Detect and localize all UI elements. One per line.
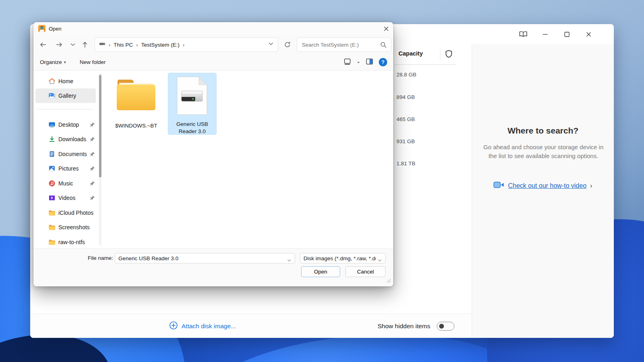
attach-disk-image-label: Attach disk image...: [182, 323, 236, 330]
chevron-right-icon: ›: [590, 182, 592, 190]
panel-body-text: Go ahead and choose your storage device …: [482, 143, 605, 160]
book-icon[interactable]: [518, 29, 528, 39]
toggle-knob: [439, 324, 444, 329]
refresh-icon[interactable]: [283, 41, 291, 49]
search-icon[interactable]: [380, 41, 387, 50]
view-caret-icon[interactable]: [357, 59, 360, 66]
breadcrumb-testsystem[interactable]: TestSystem (E:): [141, 42, 180, 48]
drive-icon: [99, 41, 105, 49]
close-icon[interactable]: [583, 29, 594, 39]
breadcrumb-separator: ›: [109, 42, 110, 48]
capacity-column-header[interactable]: Capacity: [398, 50, 423, 57]
sidebar-item-label: Screenshots: [58, 224, 90, 230]
file-type-select[interactable]: Disk images (*.dmg, *.raw, *.dd,: [300, 253, 386, 263]
file-item-label: Generic USB Reader 3.0: [175, 121, 210, 135]
sidebar-item-label: Pictures: [58, 165, 79, 172]
sidebar-item-raw-to-ntfs[interactable]: raw-to-ntfs: [33, 235, 98, 248]
attach-disk-image-button[interactable]: Attach disk image...: [169, 314, 236, 338]
resize-grip[interactable]: [386, 277, 391, 284]
how-to-video-link[interactable]: Check out our how-to video: [508, 182, 586, 189]
organize-label: Organize: [40, 59, 62, 65]
sidebar-item-music[interactable]: Music: [33, 176, 98, 191]
desktop: Capacity 28.8 GB 894 GB 465 GB 931 GB 1.…: [0, 0, 644, 362]
folder-icon: [48, 239, 56, 246]
sidebar-item-label: Home: [58, 78, 73, 84]
plus-circle-icon: [169, 321, 178, 331]
sidebar-item-label: iCloud Photos: [58, 210, 93, 216]
window-controls: [518, 24, 594, 44]
show-hidden-toggle[interactable]: [437, 322, 454, 331]
folder-icon: [48, 209, 56, 216]
organize-button[interactable]: Organize ▾: [40, 54, 66, 70]
file-item-generic-usb-reader[interactable]: Generic USB Reader 3.0: [168, 73, 216, 134]
sidebar-scrollbar: [99, 73, 101, 246]
select-chevron-icon: [378, 257, 382, 264]
dialog-titlebar[interactable]: Open: [33, 22, 393, 35]
sidebar-item-videos[interactable]: Videos: [33, 191, 98, 205]
column-divider: [440, 48, 440, 60]
sidebar-item-pictures[interactable]: Pictures: [33, 161, 98, 176]
header-underline: [394, 64, 456, 65]
cancel-button[interactable]: Cancel: [345, 266, 386, 277]
back-icon[interactable]: [39, 41, 47, 49]
pin-icon: [90, 181, 95, 188]
sidebar-item-label: Videos: [58, 195, 76, 201]
show-hidden-row: Show hidden items: [378, 314, 454, 338]
panel-title: Where to search?: [472, 126, 614, 136]
file-item-windows-bt[interactable]: $WINDOWS.~BT: [112, 73, 160, 134]
capacity-cell: 465 GB: [396, 116, 415, 123]
forward-icon[interactable]: [55, 41, 63, 49]
dialog-title: Open: [49, 22, 62, 35]
sidebar-item-label: Desktop: [58, 121, 79, 128]
minimize-icon[interactable]: [540, 29, 550, 39]
shield-icon[interactable]: [445, 50, 453, 60]
videos-icon: [48, 194, 56, 202]
app-icon: [38, 25, 45, 32]
dialog-body: Home Gallery Desktop: [33, 70, 393, 248]
open-button[interactable]: Open: [301, 266, 340, 277]
sidebar-item-downloads[interactable]: Downloads: [33, 132, 98, 146]
address-dropdown-chevron-icon[interactable]: [268, 41, 274, 48]
gallery-icon: [48, 92, 56, 99]
folder-icon: [48, 224, 56, 231]
view-options: ?: [343, 54, 387, 70]
search-input[interactable]: [297, 38, 391, 51]
show-hidden-label: Show hidden items: [378, 323, 430, 330]
capacity-cell: 1.81 TB: [396, 160, 415, 168]
open-dialog: Open › This PC: [33, 22, 393, 286]
desktop-icon: [48, 121, 56, 128]
change-view-icon[interactable]: [343, 58, 351, 67]
address-bar[interactable]: › This PC › TestSystem (E:) ›: [95, 37, 278, 52]
preview-pane-icon[interactable]: [365, 58, 374, 67]
sidebar-item-gallery[interactable]: Gallery: [35, 88, 96, 103]
recent-locations-chevron-icon[interactable]: [69, 41, 77, 49]
up-icon[interactable]: [81, 41, 89, 49]
sidebar-divider: [37, 109, 93, 109]
navigation-bar: › This PC › TestSystem (E:) ›: [33, 35, 393, 54]
sidebar-item-home[interactable]: Home: [33, 74, 98, 88]
maximize-icon[interactable]: [561, 29, 572, 39]
sidebar-item-icloud-photos[interactable]: iCloud Photos: [33, 206, 98, 220]
combobox-chevron-icon[interactable]: [287, 257, 291, 264]
search-box: [297, 37, 391, 52]
help-icon[interactable]: ?: [379, 58, 387, 66]
pin-icon: [90, 136, 95, 144]
new-folder-button[interactable]: New folder: [80, 54, 106, 70]
music-icon: [48, 180, 56, 187]
home-icon: [48, 78, 56, 85]
command-bar: Organize ▾ New folder ?: [33, 54, 393, 70]
file-item-label: $WINDOWS.~BT: [112, 122, 160, 130]
video-camera-icon: [493, 181, 504, 190]
sidebar-item-documents[interactable]: Documents: [33, 147, 98, 161]
file-name-input[interactable]: [115, 253, 295, 263]
sidebar-scrollbar-thumb[interactable]: [99, 75, 101, 177]
pin-icon: [90, 122, 95, 129]
dialog-close-icon[interactable]: [380, 24, 392, 34]
sidebar-item-desktop[interactable]: Desktop: [33, 117, 98, 132]
info-panel: Where to search? Go ahead and choose you…: [472, 44, 614, 338]
how-to-video-row: Check out our how-to video ›: [472, 181, 614, 190]
new-folder-label: New folder: [80, 59, 106, 65]
file-type-value: Disk images (*.dmg, *.raw, *.dd,: [303, 253, 376, 264]
sidebar-item-screenshots[interactable]: Screenshots: [33, 220, 98, 234]
breadcrumb-this-pc[interactable]: This PC: [114, 42, 133, 48]
